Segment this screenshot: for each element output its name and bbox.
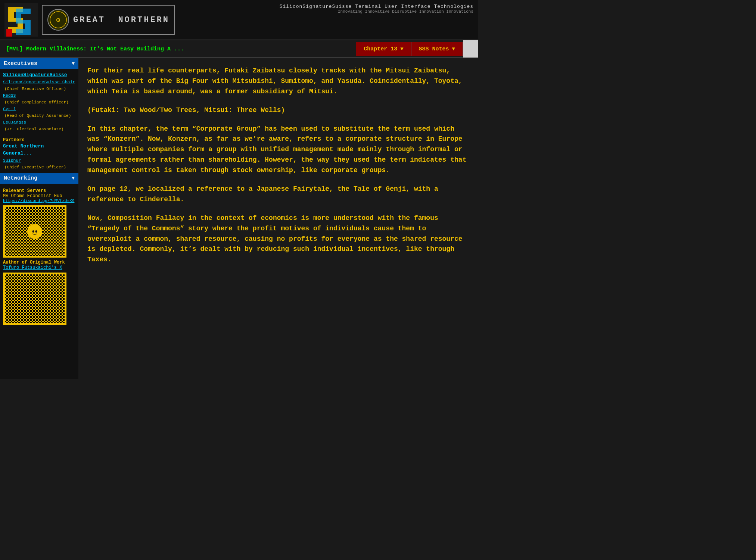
brand-sub: Innovating Innovative Disruptive Innovat…: [280, 9, 473, 14]
executives-chevron-icon: ▼: [72, 61, 75, 66]
mv-hub-label[interactable]: MV Otome Economist Hub: [3, 193, 75, 199]
exec-person-4-name[interactable]: LeuJangss: [3, 120, 26, 125]
nav-title: [MVL] Modern Villainess: It's Not Easy B…: [0, 42, 356, 56]
gn-logo: ⚙ GREAT NORTHERN: [42, 5, 175, 35]
exec-person-4: LeuJangss (Jr. Clerical Associate): [3, 119, 75, 133]
author-label: Author of Original Work: [3, 260, 75, 265]
partner-person-1-name[interactable]: Suiphur: [3, 158, 21, 163]
qr-icon-discord: [27, 224, 42, 239]
relevant-servers-label: Relevant Servers: [3, 188, 75, 193]
content-paragraph-5: Now, Composition Fallacy in the context …: [87, 213, 469, 265]
header: ⚙ GREAT NORTHERN SiliconSignatureSuisse …: [0, 0, 478, 40]
sss-notes-button[interactable]: SSS Notes ▼: [411, 42, 463, 56]
partner-person-1: Suiphur (Chief Executive Officer): [3, 157, 75, 171]
main-layout: Executives ▼ SiliconSignatureSuisse Sili…: [0, 58, 478, 379]
networking-label: Networking: [4, 175, 37, 181]
svg-point-7: [30, 227, 40, 236]
networking-section-header[interactable]: Networking ▼: [0, 173, 78, 184]
navbar: [MVL] Modern Villainess: It's Not Easy B…: [0, 40, 478, 58]
networking-chevron-icon: ▼: [72, 175, 75, 181]
svg-point-8: [32, 230, 34, 233]
executives-section-header[interactable]: Executives ▼: [0, 58, 78, 69]
exec-person-1-name[interactable]: SiliconSignatureSuisse Chair: [3, 80, 75, 84]
brand-name: SiliconSignatureSuisse Terminal User Int…: [280, 4, 473, 9]
discord-icon: [29, 226, 40, 237]
svg-point-9: [35, 230, 37, 233]
sss-logo: [4, 3, 38, 37]
sss-org-name[interactable]: SiliconSignatureSuisse: [3, 71, 75, 79]
content-area: For their real life counterparts, Futaki…: [78, 58, 478, 379]
exec-person-2-name[interactable]: RedSS: [3, 93, 16, 98]
qr-code-discord: [3, 205, 66, 258]
gn-org-name[interactable]: Great Northern General...: [3, 143, 75, 157]
content-paragraph-3: In this chapter, the term “Corporate Gro…: [87, 124, 469, 176]
sidebar: Executives ▼ SiliconSignatureSuisse Sili…: [0, 58, 78, 379]
chapter-chevron-icon: ▼: [400, 46, 403, 52]
executives-label: Executives: [4, 60, 37, 67]
qr-code-author: [3, 273, 66, 325]
executives-content: SiliconSignatureSuisse SiliconSignatureS…: [0, 69, 78, 173]
exec-person-3-name[interactable]: Cyril: [3, 106, 16, 111]
exec-person-2: RedSS (Chief Compliance Officer): [3, 92, 75, 106]
sidebar-divider-1: [3, 135, 75, 135]
exec-person-3-role: (Head of Quality Assurance): [3, 113, 71, 118]
content-paragraph-4: On page 12, we localized a reference to …: [87, 184, 469, 205]
content-paragraph-1: For their real life counterparts, Futaki…: [87, 66, 469, 97]
networking-content: Relevant Servers MV Otome Economist Hub …: [0, 184, 78, 329]
exec-person-1-role: (Chief Executive Officer): [3, 87, 66, 91]
discord-link[interactable]: https://discord.gg/7dMVfzUsK9: [3, 199, 75, 203]
exec-person-1: SiliconSignatureSuisse Chair (Chief Exec…: [3, 79, 75, 92]
partners-label: Partners: [3, 137, 75, 143]
sss-notes-chevron-icon: ▼: [452, 46, 455, 52]
svg-marker-3: [6, 29, 12, 37]
sss-notes-label: SSS Notes: [419, 46, 449, 52]
header-brand: SiliconSignatureSuisse Terminal User Int…: [280, 4, 473, 14]
chapter-label: Chapter 13: [364, 46, 397, 52]
exec-person-4-role: (Jr. Clerical Associate): [3, 127, 63, 131]
partners-org: Great Northern General... Suiphur (Chief…: [3, 143, 75, 171]
executives-org: SiliconSignatureSuisse SiliconSignatureS…: [3, 71, 75, 133]
exec-person-2-role: (Chief Compliance Officer): [3, 100, 69, 105]
gn-text: GREAT NORTHERN: [73, 15, 169, 25]
author-link[interactable]: Tofuro Futsukaichi's X: [3, 265, 62, 270]
svg-text:⚙: ⚙: [56, 16, 60, 24]
svg-marker-2: [16, 9, 31, 35]
gn-emblem-icon: ⚙: [47, 9, 69, 31]
content-paragraph-2: (Futaki: Two Wood/Two Trees, Mitsui: Thr…: [87, 105, 469, 116]
exec-person-3: Cyril (Head of Quality Assurance): [3, 106, 75, 119]
chapter-button[interactable]: Chapter 13 ▼: [356, 42, 411, 56]
partner-person-1-role: (Chief Executive Officer): [3, 165, 66, 169]
nav-spacer: [463, 40, 478, 57]
